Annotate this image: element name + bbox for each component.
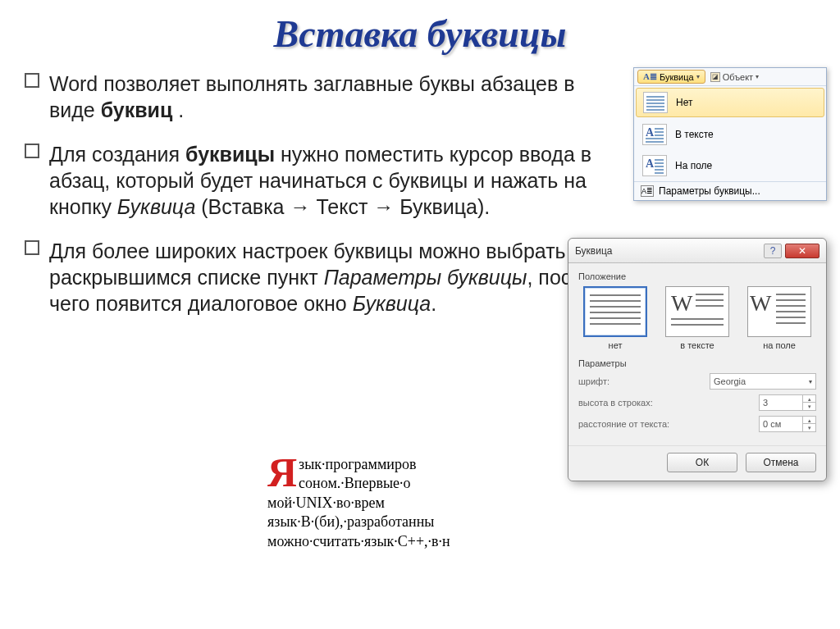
ribbon-object-button[interactable]: ◪ Объект ▾ <box>710 72 759 82</box>
slide-title: Вставка буквицы <box>0 0 840 71</box>
dropcap-sample: Язык·программиров соном.·Впервые·о мой·U… <box>267 455 579 551</box>
ribbon-option-none[interactable]: Нет <box>636 88 824 117</box>
ribbon-option-margin[interactable]: A На поле <box>634 150 826 181</box>
position-margin-icon: W <box>747 286 811 337</box>
height-value: 3 <box>760 398 802 408</box>
position-none[interactable]: нет <box>578 286 652 350</box>
group-position-label: Положение <box>578 271 816 281</box>
spinner-arrows-icon[interactable]: ▴▾ <box>802 395 815 410</box>
ribbon-option-intext[interactable]: A В тексте <box>634 119 826 150</box>
position-margin[interactable]: W на поле <box>742 286 816 350</box>
ok-button[interactable]: ОК <box>667 453 737 472</box>
chevron-down-icon: ▾ <box>696 73 700 80</box>
group-params-label: Параметры <box>578 358 816 368</box>
position-intext-icon: W <box>665 286 729 337</box>
p3-text-e: . <box>431 292 436 315</box>
position-none-label: нет <box>578 340 652 350</box>
font-combobox[interactable]: Georgia ▾ <box>710 373 816 390</box>
height-label: высота в строках: <box>578 398 759 408</box>
checkbox-bullet-icon <box>25 144 39 158</box>
ribbon-dropcap-dropdown: A≣ Буквица ▾ ◪ Объект ▾ Нет A В тексте A… <box>633 67 827 201</box>
dialog-help-button[interactable]: ? <box>764 244 782 258</box>
option-margin-icon: A <box>642 155 667 176</box>
bullet-3: Для более широких настроек буквицы можно… <box>25 238 615 317</box>
distance-label: расстояние от текста: <box>578 419 759 429</box>
bullet-1: Word позволяет выполнять заглавные буквы… <box>25 71 615 123</box>
checkbox-bullet-icon <box>25 73 39 88</box>
ribbon-option-params[interactable]: A≣ Параметры буквицы... <box>634 181 826 200</box>
dialog-close-button[interactable]: ✕ <box>785 244 819 258</box>
font-label: шрифт: <box>578 376 710 386</box>
dialog-title-text: Буквица <box>575 245 764 257</box>
p2-text-a: Для создания <box>49 143 185 166</box>
sample-line-5: можно·считать·язык·C++,·в·н <box>267 533 450 549</box>
option-intext-icon: A <box>642 124 667 145</box>
sample-line-1: зык·программиров <box>299 456 416 472</box>
p3-text-b: Параметры буквицы <box>324 266 527 289</box>
distance-spinner[interactable]: 0 см ▴▾ <box>759 416 816 432</box>
p2-text-d: Буквица <box>117 195 195 218</box>
font-value: Georgia <box>714 376 746 386</box>
bullet-2: Для создания буквицы нужно поместить кур… <box>25 141 615 220</box>
ribbon-option-params-label: Параметры буквицы... <box>659 185 760 197</box>
distance-value: 0 см <box>760 419 802 429</box>
dropcap-a-icon: A≣ <box>643 71 657 82</box>
ribbon-object-label: Объект <box>723 72 753 82</box>
spinner-arrows-icon[interactable]: ▴▾ <box>802 417 815 431</box>
dropcap-letter: Я <box>267 455 297 490</box>
dropcap-dialog: Буквица ? ✕ Положение нет W в тексте <box>568 238 827 481</box>
option-none-icon <box>643 92 668 113</box>
position-intext[interactable]: W в тексте <box>660 286 734 350</box>
p1-text-b: буквиц <box>101 98 173 121</box>
p2-text-b: буквицы <box>185 143 275 166</box>
position-none-icon <box>583 286 647 337</box>
sample-line-3: мой·UNIX·во·врем <box>267 495 385 511</box>
p1-text-c: . <box>172 98 184 121</box>
params-icon: A≣ <box>641 185 654 197</box>
p2-text-e: (Вставка → Текст → Буквица). <box>195 195 490 218</box>
position-margin-label: на поле <box>742 340 816 350</box>
cancel-button[interactable]: Отмена <box>746 453 816 472</box>
chevron-down-icon: ▾ <box>809 378 812 385</box>
height-spinner[interactable]: 3 ▴▾ <box>759 394 816 411</box>
ribbon-option-none-label: Нет <box>676 97 692 108</box>
ribbon-dropcap-button[interactable]: A≣ Буквица ▾ <box>637 70 705 84</box>
object-icon: ◪ <box>710 72 720 82</box>
ribbon-option-intext-label: В тексте <box>675 129 714 140</box>
sample-line-2: соном.·Впервые·о <box>299 475 410 491</box>
position-intext-label: в тексте <box>660 340 734 350</box>
ribbon-header: A≣ Буквица ▾ ◪ Объект ▾ <box>634 68 826 86</box>
chevron-down-icon: ▾ <box>756 73 759 80</box>
checkbox-bullet-icon <box>25 240 39 255</box>
ribbon-dropcap-label: Буквица <box>660 72 694 82</box>
ribbon-option-margin-label: На поле <box>675 160 712 171</box>
sample-line-4: язык·B·(би),·разработанны <box>267 513 434 530</box>
p3-text-d: Буквица <box>353 292 431 315</box>
dialog-titlebar: Буквица ? ✕ <box>568 239 826 263</box>
